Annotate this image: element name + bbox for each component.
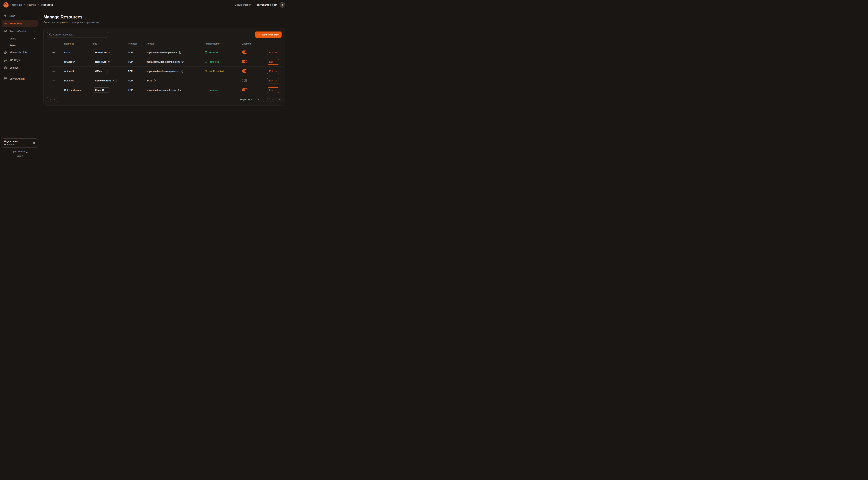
sidebar-item-label: Sites xyxy=(9,14,15,18)
search-box xyxy=(47,32,108,37)
enabled-toggle[interactable] xyxy=(242,88,247,91)
open-source-link[interactable]: Open Source xyxy=(2,150,38,153)
site-link[interactable]: Home Lab xyxy=(93,59,112,64)
copy-icon xyxy=(181,70,183,72)
row-actions-button[interactable] xyxy=(52,60,56,64)
row-actions-button[interactable] xyxy=(52,51,56,55)
sidebar-item-access-control[interactable]: Access Control xyxy=(2,28,38,35)
site-link[interactable]: Second Office xyxy=(93,78,117,83)
edit-button[interactable]: Edit xyxy=(267,87,279,93)
site-link[interactable]: Edge 01 xyxy=(93,87,110,93)
enabled-toggle[interactable] xyxy=(242,79,247,82)
protocol: TCP xyxy=(128,51,147,54)
edit-button[interactable]: Edit xyxy=(267,69,279,74)
arrow-right-icon xyxy=(275,61,277,63)
edit-button[interactable]: Edit xyxy=(267,59,279,65)
site-link[interactable]: Home Lab xyxy=(93,50,112,55)
prev-page-button[interactable] xyxy=(262,97,268,102)
chevron-right-icon xyxy=(33,37,36,40)
access-url: https://bitwarden.example.com xyxy=(147,60,180,63)
arrow-up-right-icon xyxy=(103,70,105,72)
resource-name: Bitwarden xyxy=(64,60,93,63)
ellipsis-icon xyxy=(52,51,55,54)
sidebar-item-label: API Keys xyxy=(9,59,20,62)
next-page-button[interactable] xyxy=(269,97,275,102)
breadcrumb-resources: resources xyxy=(41,3,53,6)
user-menu[interactable]: joe@example.com J xyxy=(256,2,285,8)
enabled-toggle[interactable] xyxy=(242,51,247,54)
enabled-toggle[interactable] xyxy=(242,69,247,72)
column-header-site[interactable]: Site xyxy=(93,42,128,45)
organization-selector[interactable]: Organization Home Lab xyxy=(2,139,38,148)
arrow-right-icon xyxy=(275,51,277,54)
sidebar-item-api-keys[interactable]: API Keys xyxy=(2,57,38,64)
table-row: Authentik Office TCP https://authentik.e… xyxy=(47,67,282,76)
chevron-down-icon xyxy=(33,30,36,33)
organization-value: Home Lab xyxy=(4,143,33,146)
add-resource-button[interactable]: Add Resource xyxy=(255,31,282,38)
page-size-select[interactable]: 20 xyxy=(47,97,58,102)
shield-check-icon xyxy=(205,89,207,91)
sidebar-item-label: Settings xyxy=(9,66,19,69)
auth-status: Protected xyxy=(205,60,242,63)
sidebar-item-label: Shareable Links xyxy=(9,51,28,54)
breadcrumb-home-lab[interactable]: home-lab xyxy=(11,3,22,6)
auth-status: Protected xyxy=(205,89,242,91)
documentation-link[interactable]: Documentation xyxy=(235,3,251,6)
plus-icon xyxy=(258,33,260,36)
copy-button[interactable] xyxy=(181,70,184,73)
copy-button[interactable] xyxy=(181,60,184,63)
sidebar-item-resources[interactable]: Resources xyxy=(2,20,38,27)
chevron-down-icon xyxy=(54,98,56,100)
breadcrumb-settings[interactable]: settings xyxy=(27,3,36,6)
copy-button[interactable] xyxy=(178,89,181,92)
row-actions-button[interactable] xyxy=(52,79,56,83)
arrow-up-right-icon xyxy=(112,80,114,82)
copy-button[interactable] xyxy=(178,51,181,54)
search-input[interactable] xyxy=(53,33,106,36)
column-header-name[interactable]: Name xyxy=(64,42,93,45)
edit-button[interactable]: Edit xyxy=(267,78,279,84)
resource-name: Authentik xyxy=(64,70,93,72)
access-url: https://authentik.example.com xyxy=(147,70,179,72)
sidebar-item-users[interactable]: Users xyxy=(2,35,38,42)
table-row: Postgres Second Office TCP 5432 - Edit xyxy=(47,76,282,85)
protocol: TCP xyxy=(128,70,147,72)
column-header-authentication[interactable]: Authentication xyxy=(205,42,242,45)
table-header: Name Site Protocol Access Authentication xyxy=(47,40,282,48)
sidebar-item-shareable-links[interactable]: Shareable Links xyxy=(2,49,38,56)
sort-icon xyxy=(98,42,101,45)
pangolin-logo xyxy=(3,2,9,8)
sidebar-item-label: Resources xyxy=(9,22,23,25)
sidebar-item-settings[interactable]: Settings xyxy=(2,64,38,71)
pagination: Page 1 of 1 xyxy=(240,97,282,102)
sidebar-item-server-admin[interactable]: Server Admin xyxy=(2,75,38,82)
sidebar-bottom: Organization Home Lab Open Source v1.3.0 xyxy=(0,136,40,160)
row-actions-button[interactable] xyxy=(52,88,56,92)
enabled-toggle[interactable] xyxy=(242,60,247,63)
arrow-up-right-icon xyxy=(108,51,110,54)
arrow-right-icon xyxy=(275,89,277,91)
sidebar-item-label: Access Control xyxy=(9,30,26,33)
sidebar-item-sites[interactable]: Sites xyxy=(2,12,38,20)
breadcrumb-separator-icon xyxy=(37,4,40,6)
column-header-enabled: Enabled xyxy=(242,42,267,45)
avatar[interactable]: J xyxy=(280,2,285,8)
first-page-button[interactable] xyxy=(255,97,261,102)
chevrons-right-icon xyxy=(278,98,280,101)
last-page-button[interactable] xyxy=(276,97,282,102)
users-icon xyxy=(4,30,7,33)
copy-button[interactable] xyxy=(154,79,157,82)
access-url: https://immich.example.com xyxy=(147,51,177,54)
row-actions-button[interactable] xyxy=(52,69,56,73)
site-link[interactable]: Office xyxy=(93,69,107,74)
sort-icon xyxy=(72,42,74,45)
ellipsis-icon xyxy=(52,70,55,73)
page-title: Manage Resources xyxy=(43,14,285,20)
edit-button[interactable]: Edit xyxy=(267,50,279,55)
auth-status: Protected xyxy=(205,51,242,54)
main-content: Manage Resources Create secure proxies t… xyxy=(40,10,289,160)
sidebar-item-roles[interactable]: Roles xyxy=(2,42,38,49)
version-label: v1.3.0 xyxy=(2,155,38,157)
arrow-up-right-icon xyxy=(105,89,108,91)
